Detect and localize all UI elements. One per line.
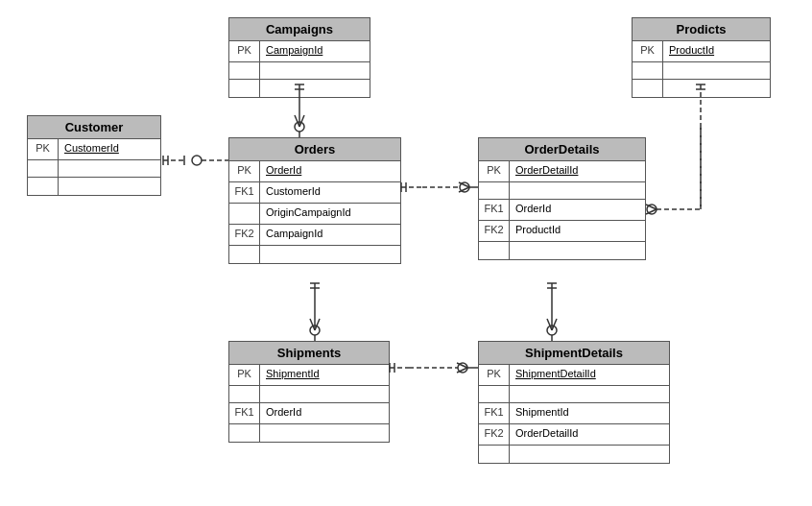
- entity-orderdetails: OrderDetails PK OrderDetailId FK1 OrderI…: [478, 137, 646, 260]
- shipmentdetails-orderdetailid-field: OrderDetailId: [510, 424, 584, 445]
- entity-orderdetails-row-empty: [479, 182, 645, 200]
- entity-customer: Customer PK CustomerId: [27, 115, 161, 196]
- orders-origincampaign-field: OriginCampaignId: [260, 204, 357, 224]
- entity-orderdetails-row-pk: PK OrderDetailId: [479, 161, 645, 182]
- entity-customer-header: Customer: [28, 116, 160, 139]
- entity-shipments-row-empty: [229, 386, 389, 403]
- entity-shipmentdetails: ShipmentDetails PK ShipmentDetailId FK1 …: [478, 341, 670, 464]
- customer-pk-label: PK: [28, 139, 59, 159]
- orderdetails-id-field: OrderDetailId: [510, 161, 584, 181]
- shipmentdetails-pk-label: PK: [479, 365, 510, 385]
- entity-orderdetails-row-empty2: [479, 242, 645, 259]
- svg-line-19: [459, 187, 469, 192]
- svg-point-34: [310, 325, 320, 335]
- entity-customer-row-2: [28, 160, 160, 178]
- entity-campaigns-header: Campaigns: [229, 18, 370, 41]
- entity-orders-row-origin: OriginCampaignId: [229, 204, 400, 225]
- entity-orderdetails-row-fk1: FK1 OrderId: [479, 200, 645, 221]
- entity-shipmentdetails-row-pk: PK ShipmentDetailId: [479, 365, 669, 386]
- entity-orders: Orders PK OrderId FK1 CustomerId OriginC…: [228, 137, 401, 264]
- entity-orders-row-pk: PK OrderId: [229, 161, 400, 182]
- entity-customer-row-1: PK CustomerId: [28, 139, 160, 160]
- entity-campaigns-row-3: [229, 80, 370, 97]
- svg-line-44: [552, 319, 557, 330]
- erd-diagram: Customer PK CustomerId Campaigns PK Camp…: [0, 0, 812, 506]
- entity-shipments-header: Shipments: [229, 342, 389, 365]
- prodicts-pk-label: PK: [633, 41, 663, 61]
- svg-line-27: [646, 205, 657, 209]
- entity-shipments-row-fk1: FK1 OrderId: [229, 403, 389, 424]
- entity-orders-header: Orders: [229, 138, 400, 161]
- entity-orderdetails-row-fk2: FK2 ProductId: [479, 221, 645, 242]
- shipmentdetails-fk2-label: FK2: [479, 424, 510, 445]
- orders-pk-label: PK: [229, 161, 260, 181]
- svg-line-51: [457, 363, 467, 368]
- entity-customer-row-3: [28, 178, 160, 195]
- svg-point-9: [295, 122, 304, 132]
- shipments-fk1-label: FK1: [229, 403, 260, 423]
- campaigns-id-field: CampaignId: [260, 41, 328, 61]
- orders-fk1-label: FK1: [229, 182, 260, 203]
- svg-point-42: [547, 325, 557, 335]
- entity-orderdetails-header: OrderDetails: [479, 138, 645, 161]
- orders-campaignid-field: CampaignId: [260, 225, 328, 245]
- svg-line-43: [547, 319, 552, 330]
- shipments-pk-label: PK: [229, 365, 260, 385]
- entity-campaigns: Campaigns PK CampaignId: [228, 17, 370, 98]
- orders-customerid-field: CustomerId: [260, 182, 326, 203]
- orderdetails-orderid-field: OrderId: [510, 200, 557, 220]
- entity-shipmentdetails-row-fk1: FK1 ShipmentId: [479, 403, 669, 424]
- shipments-id-field: ShipmentId: [260, 365, 325, 385]
- svg-line-36: [315, 319, 320, 330]
- entity-prodicts-row-pk: PK ProductId: [633, 41, 770, 62]
- svg-line-28: [646, 209, 657, 214]
- shipmentdetails-fk1-label: FK1: [479, 403, 510, 423]
- campaigns-pk-label: PK: [229, 41, 260, 61]
- entity-prodicts-header: Prodicts: [633, 18, 770, 41]
- entity-prodicts-row-empty: [633, 62, 770, 80]
- svg-line-18: [459, 182, 469, 187]
- svg-line-10: [295, 115, 299, 127]
- shipments-orderid-field: OrderId: [260, 403, 307, 423]
- orders-id-field: OrderId: [260, 161, 307, 181]
- svg-line-52: [457, 368, 467, 373]
- svg-point-26: [647, 205, 657, 214]
- entity-shipments: Shipments PK ShipmentId FK1 OrderId: [228, 341, 390, 443]
- entity-shipmentdetails-row-fk2: FK2 OrderDetailId: [479, 424, 669, 446]
- entity-shipments-row-empty2: [229, 424, 389, 442]
- customer-id-field: CustomerId: [59, 139, 125, 159]
- orderdetails-pk-label: PK: [479, 161, 510, 181]
- prodicts-id-field: ProductId: [663, 41, 720, 61]
- orderdetails-productid-field: ProductId: [510, 221, 566, 241]
- shipmentdetails-shipmentid-field: ShipmentId: [510, 403, 575, 423]
- svg-point-17: [460, 182, 469, 192]
- orderdetails-fk1-label: FK1: [479, 200, 510, 220]
- entity-prodicts-row-empty2: [633, 80, 770, 97]
- entity-shipmentdetails-row-empty: [479, 386, 669, 403]
- svg-point-50: [458, 363, 467, 373]
- entity-shipmentdetails-row-empty2: [479, 446, 669, 463]
- entity-orders-row-fk1: FK1 CustomerId: [229, 182, 400, 204]
- entity-shipments-row-pk: PK ShipmentId: [229, 365, 389, 386]
- entity-prodicts: Prodicts PK ProductId: [632, 17, 771, 98]
- entity-shipmentdetails-header: ShipmentDetails: [479, 342, 669, 365]
- orders-fk2-label: FK2: [229, 225, 260, 245]
- entity-orders-row-fk2: FK2 CampaignId: [229, 225, 400, 246]
- svg-point-4: [192, 156, 202, 165]
- entity-campaigns-row-2: [229, 62, 370, 80]
- shipmentdetails-id-field: ShipmentDetailId: [510, 365, 602, 385]
- entity-campaigns-row-1: PK CampaignId: [229, 41, 370, 62]
- orderdetails-fk2-label: FK2: [479, 221, 510, 241]
- svg-line-11: [299, 115, 304, 127]
- svg-line-35: [310, 319, 315, 330]
- entity-orders-row-empty: [229, 246, 400, 263]
